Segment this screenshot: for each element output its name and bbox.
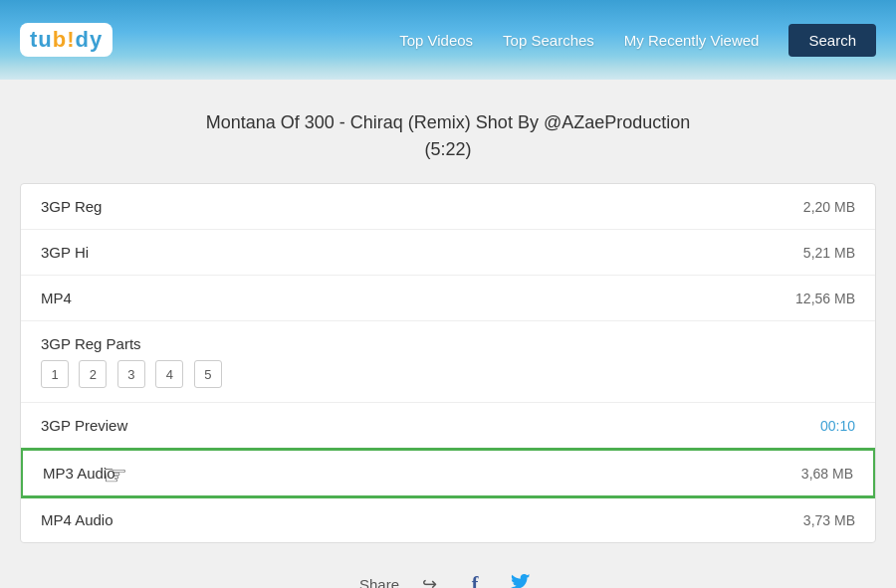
logo-text-dy: dy	[76, 27, 104, 52]
download-list: 3GP Reg 2,20 MB 3GP Hi 5,21 MB MP4 12,56…	[20, 183, 876, 543]
item-label: MP4 Audio	[41, 511, 113, 528]
video-title: Montana Of 300 - Chiraq (Remix) Shot By …	[20, 109, 876, 163]
nav-top-searches[interactable]: Top Searches	[503, 32, 594, 49]
share-label: Share	[359, 576, 399, 589]
item-label: 3GP Reg	[41, 198, 102, 215]
item-label: MP4	[41, 290, 72, 306]
logo-dot: !	[67, 27, 75, 52]
header: tub!dy Top Videos Top Searches My Recent…	[0, 0, 896, 80]
logo-text-b: b	[53, 27, 67, 52]
item-size: 3,73 MB	[803, 512, 855, 528]
search-button[interactable]: Search	[788, 24, 876, 57]
main-nav: Top Videos Top Searches My Recently View…	[399, 24, 876, 57]
part-3[interactable]: 3	[117, 360, 145, 388]
part-4[interactable]: 4	[155, 360, 183, 388]
share-facebook-icon[interactable]: f	[459, 568, 491, 588]
download-item-3gp-hi[interactable]: 3GP Hi 5,21 MB	[21, 230, 875, 276]
part-2[interactable]: 2	[79, 360, 107, 388]
share-twitter-icon[interactable]	[505, 568, 537, 588]
download-item-3gp-preview[interactable]: 3GP Preview 00:10	[21, 403, 875, 449]
item-time: 00:10	[820, 418, 855, 434]
logo[interactable]: tub!dy	[20, 23, 112, 57]
part-5[interactable]: 5	[194, 360, 222, 388]
nav-recently-viewed[interactable]: My Recently Viewed	[624, 32, 760, 49]
part-1[interactable]: 1	[41, 360, 69, 388]
nav-top-videos[interactable]: Top Videos	[399, 32, 473, 49]
download-item-mp3-audio[interactable]: MP3 Audio 3,68 MB	[20, 448, 876, 498]
share-section: Share ↪ f	[20, 568, 876, 588]
share-arrow-icon[interactable]: ↪	[413, 568, 445, 588]
item-size: 5,21 MB	[803, 245, 855, 261]
download-item-3gp-parts: 3GP Reg Parts 1 2 3 4 5	[21, 321, 875, 403]
item-size: 3,68 MB	[801, 466, 853, 482]
download-item-3gp-reg[interactable]: 3GP Reg 2,20 MB	[21, 184, 875, 230]
logo-text-tu: tu	[30, 27, 53, 52]
download-item-mp4-audio[interactable]: MP4 Audio 3,73 MB	[21, 497, 875, 542]
download-item-mp4[interactable]: MP4 12,56 MB	[21, 276, 875, 321]
item-label: 3GP Preview	[41, 417, 127, 434]
item-label-parts: 3GP Reg Parts	[41, 335, 141, 352]
item-size: 12,56 MB	[795, 291, 855, 306]
item-label: 3GP Hi	[41, 244, 89, 261]
item-label: MP3 Audio	[43, 465, 115, 482]
item-size: 2,20 MB	[803, 199, 855, 215]
main-content: Montana Of 300 - Chiraq (Remix) Shot By …	[0, 80, 896, 588]
parts-numbers: 1 2 3 4 5	[41, 360, 228, 388]
